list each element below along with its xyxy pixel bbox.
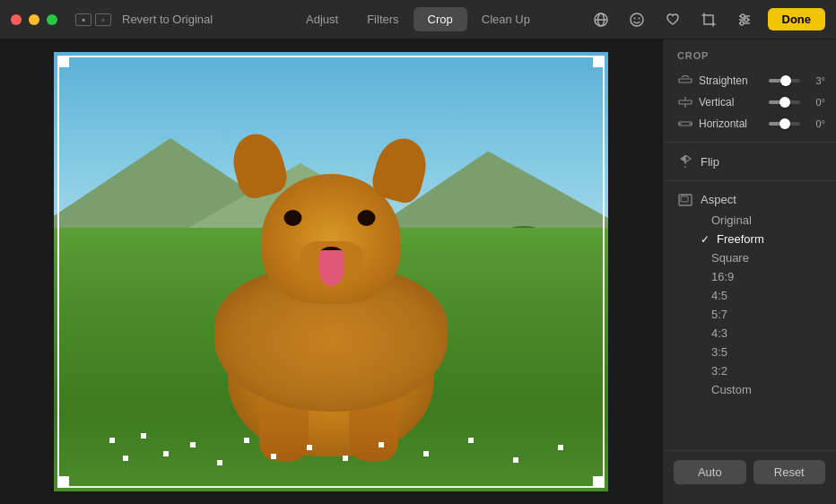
aspect-item-freeform[interactable]: ✓ Freeform [663,230,836,248]
svg-rect-13 [679,100,692,104]
straighten-value: 3° [806,75,825,86]
flip-row[interactable]: Flip [663,150,836,173]
tab-cleanup[interactable]: Clean Up [467,7,544,31]
emoji-icon-button[interactable] [624,7,649,32]
tab-adjust[interactable]: Adjust [292,7,353,31]
photo-area [0,39,662,504]
svg-rect-12 [679,79,692,83]
aspect-item-16-9[interactable]: 16:9 [663,267,836,286]
aspect-item-4-3[interactable]: 4:3 [663,324,836,343]
svg-point-10 [745,18,748,22]
aspect-item-square[interactable]: Square [663,248,836,267]
horizontal-value: 0° [806,118,825,129]
svg-point-3 [631,13,643,26]
aspect-label: Aspect [701,193,736,206]
svg-point-9 [741,14,745,18]
vertical-value: 0° [806,97,825,108]
layout-single-icon[interactable]: ▪ [75,13,91,26]
svg-point-4 [633,17,635,19]
straighten-row: Straighten 3° [663,70,836,91]
horizontal-icon [677,117,693,130]
adjustments-icon [736,12,753,28]
crop-tool-icon [701,12,717,28]
maximize-button[interactable] [47,14,57,25]
minimize-button[interactable] [29,14,39,25]
tab-filters[interactable]: Filters [353,7,413,31]
sidebar-panel: CROP Straighten 3° [662,39,836,504]
navigation-tabs: Adjust Filters Crop Clean Up [292,7,544,31]
traffic-lights [11,14,57,25]
emoji-icon [629,12,645,28]
sidebar-header: CROP [663,50,836,70]
aspect-item-original[interactable]: Original [663,211,836,230]
done-button[interactable]: Done [768,8,826,30]
horizontal-row: Horizontal 0° [663,113,836,135]
heart-icon [665,12,681,28]
photo-container [54,52,608,491]
globe-icon [593,12,609,28]
crop-tool-icon-button[interactable] [696,7,721,32]
heart-icon-button[interactable] [660,7,685,32]
aspect-item-5-7[interactable]: 5:7 [663,305,836,324]
globe-icon-button[interactable] [588,7,614,32]
vertical-slider[interactable] [769,100,800,104]
vertical-icon [677,96,693,109]
aspect-icon [677,194,693,206]
adjustments-icon-button[interactable] [732,7,757,32]
checkmark-icon: ✓ [701,233,711,246]
aspect-item-4-5[interactable]: 4:5 [663,286,836,305]
aspect-item-3-5[interactable]: 3:5 [663,343,836,361]
aspect-section-header: Aspect [663,188,836,211]
revert-to-original-button[interactable]: Revert to Original [122,13,213,26]
divider-1 [663,142,836,143]
main-content: CROP Straighten 3° [0,39,836,504]
svg-point-11 [740,22,744,25]
divider-2 [663,180,836,181]
vertical-row: Vertical 0° [663,91,836,113]
aspect-item-3-2[interactable]: 3:2 [663,361,836,380]
straighten-label: Straighten [699,74,763,87]
horizontal-label: Horizontal [699,117,763,130]
tab-crop[interactable]: Crop [414,7,467,31]
horizontal-slider[interactable] [769,122,800,126]
reset-button[interactable]: Reset [753,460,826,484]
svg-point-5 [638,17,640,19]
vertical-label: Vertical [699,96,763,109]
flowers-layer [54,250,608,492]
svg-rect-17 [681,196,688,202]
straighten-slider[interactable] [769,79,800,83]
close-button[interactable] [11,14,22,25]
flip-icon [677,154,693,169]
photo-canvas[interactable] [54,52,608,491]
layout-buttons: ▪ ▫ [75,13,111,26]
titlebar: ▪ ▫ Revert to Original Adjust Filters Cr… [0,0,836,39]
titlebar-right-controls: Done [588,7,826,32]
layout-split-icon[interactable]: ▫ [95,13,111,26]
sidebar-bottom-actions: Auto Reset [663,450,836,493]
aspect-item-custom[interactable]: Custom [663,380,836,399]
straighten-icon [677,74,693,87]
flip-label: Flip [701,155,719,169]
auto-button[interactable]: Auto [674,460,746,484]
